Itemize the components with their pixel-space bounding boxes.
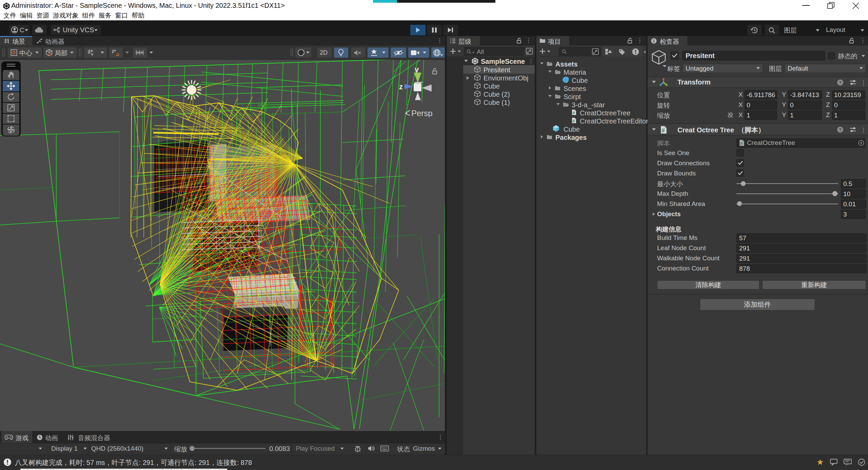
svg-text:#: # <box>662 127 665 134</box>
svg-text:Persp: Persp <box>411 109 433 117</box>
svg-text:Y: Y <box>91 53 94 56</box>
svg-text:?: ? <box>839 127 842 132</box>
svg-text:y: y <box>415 65 419 74</box>
svg-text:z: z <box>399 82 403 91</box>
svg-text:?: ? <box>839 80 842 85</box>
svg-text:#: # <box>740 141 743 146</box>
